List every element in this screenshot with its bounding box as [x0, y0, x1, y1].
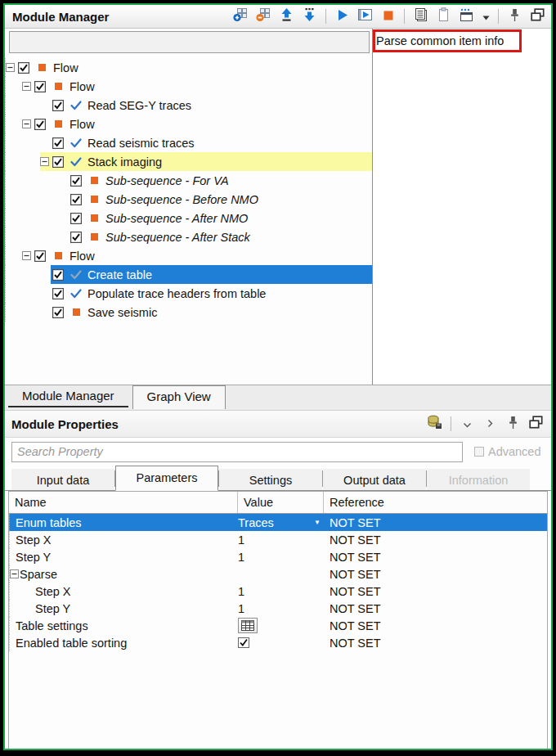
dock-tab-graph-view[interactable]: Graph View — [132, 385, 226, 409]
move-down-button[interactable] — [301, 8, 318, 25]
module-icon — [85, 214, 103, 222]
log-list-button[interactable] — [412, 8, 429, 25]
stop-button[interactable] — [379, 8, 397, 25]
run-button[interactable] — [334, 8, 351, 25]
database-save-icon — [427, 415, 442, 433]
expander-icon[interactable] — [22, 82, 33, 91]
property-name: Step X — [35, 585, 71, 598]
tree-item[interactable]: Sub-sequence - After NMO — [5, 209, 372, 227]
remove-module-button[interactable] — [255, 8, 272, 25]
database-save-button[interactable] — [426, 416, 443, 433]
property-row[interactable]: Step Y1NOT SET — [9, 548, 547, 565]
move-down-icon — [303, 7, 316, 25]
tab-output-data[interactable]: Output data — [323, 469, 426, 490]
checkbox[interactable] — [51, 288, 67, 299]
tree-item[interactable]: Sub-sequence - For VA — [5, 171, 372, 190]
tree-item[interactable]: Flow — [5, 115, 372, 133]
tree-item[interactable]: Populate trace headers from table — [5, 284, 372, 303]
expander-icon[interactable] — [40, 157, 51, 166]
property-row[interactable]: Step X1NOT SET — [9, 531, 547, 548]
clipboard-button[interactable] — [435, 8, 452, 25]
tab-input-data[interactable]: Input data — [11, 469, 114, 490]
checkbox[interactable] — [69, 232, 85, 243]
new-window-button[interactable] — [458, 8, 475, 25]
run-selected-button[interactable] — [356, 8, 374, 25]
checkbox[interactable] — [16, 62, 33, 74]
pin-button[interactable] — [506, 8, 523, 25]
value-combo-label[interactable]: Traces — [238, 516, 274, 529]
checkbox[interactable] — [51, 269, 67, 281]
property-search-row: Advanced — [5, 438, 551, 466]
tree-filter-input[interactable] — [9, 31, 370, 53]
checkbox[interactable] — [33, 119, 49, 130]
column-header-value[interactable]: Value — [238, 492, 324, 513]
property-value[interactable]: 1 — [238, 533, 244, 547]
search-property-input[interactable] — [11, 442, 463, 462]
move-up-button[interactable] — [278, 8, 295, 25]
tree-item[interactable]: Sub-sequence - After Stack — [5, 227, 372, 246]
property-tab-bar: Input dataParametersSettingsOutput dataI… — [5, 466, 551, 491]
module-tree-panel: FlowFlowRead SEG-Y tracesFlowRead seismi… — [5, 29, 373, 385]
clipboard-icon — [437, 7, 450, 25]
tree-item[interactable]: Create table — [5, 265, 372, 284]
tree-item-label: Sub-sequence - Before NMO — [103, 193, 258, 206]
tab-parameters[interactable]: Parameters — [115, 466, 218, 491]
combo-arrow-icon[interactable]: ▼ — [314, 520, 321, 526]
float-window-button[interactable] — [529, 8, 546, 25]
tree-item-label: Populate trace headers from table — [85, 287, 266, 300]
property-row[interactable]: Table settingsNOT SET — [9, 617, 547, 634]
module-icon — [85, 177, 103, 184]
float-window-icon — [531, 8, 545, 25]
expander-icon[interactable] — [6, 63, 16, 72]
property-value[interactable]: 1 — [238, 602, 244, 615]
property-row[interactable]: Step X1NOT SET — [9, 583, 547, 600]
module-icon — [33, 64, 51, 71]
checkbox[interactable] — [51, 307, 67, 318]
window-title: Module Manager — [12, 10, 109, 24]
table-settings-button[interactable] — [238, 618, 258, 633]
expander-icon[interactable] — [10, 569, 20, 578]
props-pin-button[interactable] — [504, 416, 522, 433]
tree-item[interactable]: Flow — [5, 58, 372, 77]
tree-item[interactable]: Stack imaging — [5, 152, 372, 171]
tree-item[interactable]: Read seismic traces — [5, 133, 372, 152]
tree-item[interactable]: Flow — [5, 77, 372, 96]
dock-tab-bar: Module ManagerGraph View — [5, 385, 551, 411]
expander-icon[interactable] — [22, 251, 33, 260]
collapse-all-button[interactable] — [459, 416, 476, 433]
parse-common-item-info-label[interactable]: Parse common item info — [375, 34, 504, 47]
new-window-dropdown[interactable] — [481, 8, 491, 25]
dock-tab-module-manager[interactable]: Module Manager — [8, 385, 128, 407]
add-module-button[interactable] — [232, 8, 249, 25]
checkbox[interactable] — [51, 137, 67, 149]
property-value[interactable]: 1 — [238, 585, 244, 598]
checkbox[interactable] — [69, 175, 85, 187]
checkbox[interactable] — [51, 156, 67, 168]
property-value[interactable]: 1 — [238, 551, 244, 564]
property-row[interactable]: Enabled table sortingNOT SET — [9, 634, 547, 651]
column-header-name[interactable]: Name — [9, 492, 238, 513]
property-row[interactable]: Enum tablesTraces▼NOT SET — [9, 514, 547, 531]
expander-icon[interactable] — [22, 119, 33, 128]
tree-item[interactable]: Save seismic — [5, 303, 372, 322]
column-header-reference[interactable]: Reference — [324, 492, 547, 513]
tab-settings[interactable]: Settings — [219, 469, 322, 490]
checkbox[interactable] — [51, 100, 67, 111]
module-icon — [67, 308, 85, 316]
check-icon — [67, 157, 85, 167]
checkbox[interactable] — [69, 194, 85, 205]
value-checkbox[interactable] — [238, 637, 249, 648]
property-row[interactable]: SparseNOT SET — [9, 565, 547, 583]
property-row[interactable]: Step Y1NOT SET — [9, 600, 547, 617]
tree-item[interactable]: Read SEG-Y traces — [5, 96, 372, 115]
top-toolbar — [232, 8, 546, 25]
tree-item[interactable]: Flow — [5, 246, 372, 265]
checkbox[interactable] — [33, 250, 49, 262]
expand-all-button[interactable] — [482, 416, 499, 433]
props-float-button[interactable] — [527, 416, 545, 433]
property-reference: NOT SET — [324, 551, 547, 564]
checkbox[interactable] — [69, 213, 85, 224]
checkbox[interactable] — [33, 81, 49, 92]
property-name: Enum tables — [16, 516, 82, 529]
tree-item[interactable]: Sub-sequence - Before NMO — [5, 190, 372, 209]
